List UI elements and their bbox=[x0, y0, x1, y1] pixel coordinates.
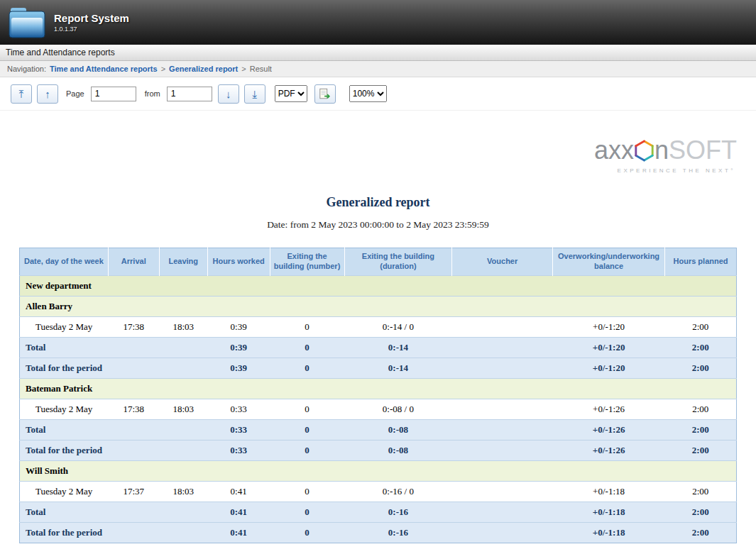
cell: Total bbox=[20, 502, 109, 522]
column-header: Hours worked bbox=[207, 248, 270, 276]
cell bbox=[159, 358, 207, 378]
column-header: Leaving bbox=[159, 248, 207, 276]
cell bbox=[159, 440, 207, 460]
cell: 0:33 bbox=[207, 440, 270, 460]
cell: 17:38 bbox=[108, 399, 159, 419]
cell: 2:00 bbox=[665, 316, 737, 337]
name-row: Allen Barry bbox=[20, 296, 737, 316]
arrow-down-icon: ↓ bbox=[226, 89, 231, 99]
department-label: New department bbox=[20, 275, 737, 296]
column-header: Date, day of the week bbox=[20, 248, 109, 276]
page-input[interactable] bbox=[91, 87, 136, 101]
report-system-icon bbox=[9, 6, 45, 39]
name-row: Bateman Patrick bbox=[20, 378, 737, 399]
cell: +0/-1:20 bbox=[553, 358, 665, 378]
cell: 0:-14 / 0 bbox=[344, 316, 452, 337]
cell: 18:03 bbox=[159, 316, 207, 337]
cell: +0/-1:20 bbox=[553, 337, 665, 358]
cell: 0 bbox=[270, 419, 344, 440]
breadcrumb: Navigation: Time and Attendance reports … bbox=[0, 61, 756, 77]
column-header: Voucher bbox=[452, 248, 553, 276]
zoom-select[interactable]: 100% bbox=[349, 85, 387, 102]
cell: 0:-14 bbox=[344, 358, 452, 378]
cell: 0:39 bbox=[207, 316, 270, 337]
cell: 0 bbox=[270, 358, 344, 378]
app-header: Report System 1.0.1.37 bbox=[0, 0, 756, 45]
section-title: Time and Attendance reports bbox=[6, 48, 115, 57]
export-format-select[interactable]: PDF bbox=[275, 85, 307, 102]
cell bbox=[452, 337, 553, 358]
previous-page-button[interactable]: ↑ bbox=[37, 84, 58, 104]
total-row: Total0:3900:-14+0/-1:202:00 bbox=[20, 337, 737, 358]
cell: Total for the period bbox=[20, 440, 109, 460]
export-button[interactable] bbox=[314, 84, 336, 104]
report-date-range: Date: from 2 May 2023 00:00:00 to 2 May … bbox=[19, 219, 737, 231]
cell: 0:-16 bbox=[344, 522, 452, 543]
cell bbox=[108, 522, 159, 543]
data-row: Tuesday 2 May17:3818:030:3900:-14 / 0+0/… bbox=[20, 316, 737, 337]
first-page-button[interactable]: ⤒ bbox=[11, 84, 32, 104]
column-header: Arrival bbox=[108, 248, 159, 276]
breadcrumb-link-time-attendance-reports[interactable]: Time and Attendance reports bbox=[50, 65, 158, 73]
cell bbox=[108, 337, 159, 358]
total-row: Total for the period0:3900:-14+0/-1:202:… bbox=[20, 358, 737, 378]
cell: 0 bbox=[270, 316, 344, 337]
department-row: New department bbox=[20, 275, 737, 296]
cell: 18:03 bbox=[159, 399, 207, 419]
cell: +0/-1:26 bbox=[553, 440, 665, 460]
cell: 0:-16 / 0 bbox=[344, 481, 452, 502]
page-count-input[interactable] bbox=[167, 87, 212, 101]
section-bar: Time and Attendance reports bbox=[0, 45, 756, 61]
cell: +0/-1:20 bbox=[553, 316, 665, 337]
name-row: Will Smith bbox=[20, 460, 737, 481]
cell: Total for the period bbox=[20, 522, 109, 543]
cell: +0/-1:18 bbox=[553, 481, 665, 502]
cell bbox=[452, 440, 553, 460]
breadcrumb-label: Navigation: bbox=[7, 65, 46, 73]
arrow-down-to-bar-icon: ⤓ bbox=[252, 89, 257, 99]
cell: 0 bbox=[270, 502, 344, 522]
cell: 2:00 bbox=[665, 440, 737, 460]
cell: 0:-08 / 0 bbox=[344, 399, 452, 419]
cell: 0 bbox=[270, 522, 344, 543]
cell: 0:41 bbox=[207, 481, 270, 502]
cell: +0/-1:26 bbox=[553, 399, 665, 419]
cell bbox=[108, 440, 159, 460]
logo-text-soft: SOFT bbox=[669, 138, 737, 163]
cell: +0/-1:18 bbox=[553, 502, 665, 522]
name-label: Allen Barry bbox=[20, 296, 737, 316]
next-page-button[interactable]: ↓ bbox=[218, 84, 239, 104]
name-label: Will Smith bbox=[20, 460, 737, 481]
cell: 17:38 bbox=[108, 316, 159, 337]
logo-text-axx: axx bbox=[594, 138, 634, 163]
breadcrumb-separator: > bbox=[161, 65, 165, 73]
cell: 2:00 bbox=[665, 481, 737, 502]
hexagon-o-icon bbox=[635, 140, 654, 162]
report-table-body: New departmentAllen BarryTuesday 2 May17… bbox=[20, 275, 737, 543]
breadcrumb-link-generalized-report[interactable]: Generalized report bbox=[169, 65, 238, 73]
column-header: Overworking/underworking balance bbox=[553, 248, 665, 276]
from-label: from bbox=[145, 89, 160, 98]
breadcrumb-current: Result bbox=[250, 65, 272, 73]
export-icon bbox=[319, 88, 332, 100]
app-title: Report System bbox=[54, 12, 129, 24]
cell: 0:-08 bbox=[344, 440, 452, 460]
cell bbox=[159, 502, 207, 522]
column-header: Exiting the building (duration) bbox=[344, 248, 452, 276]
data-row: Tuesday 2 May17:3818:030:3300:-08 / 0+0/… bbox=[20, 399, 737, 419]
cell: Tuesday 2 May bbox=[20, 316, 109, 337]
cell: 0:33 bbox=[207, 399, 270, 419]
arrow-up-to-bar-icon: ⤒ bbox=[19, 89, 24, 99]
cell: 2:00 bbox=[665, 399, 737, 419]
cell bbox=[159, 337, 207, 358]
cell: Total bbox=[20, 419, 109, 440]
cell: +0/-1:26 bbox=[553, 419, 665, 440]
last-page-button[interactable]: ⤓ bbox=[244, 84, 265, 104]
cell bbox=[452, 522, 553, 543]
cell: 0 bbox=[270, 481, 344, 502]
breadcrumb-separator: > bbox=[241, 65, 246, 73]
logo-text-n: n bbox=[654, 138, 669, 163]
cell: 0 bbox=[270, 337, 344, 358]
cell: 18:03 bbox=[159, 481, 207, 502]
cell: 2:00 bbox=[665, 502, 737, 522]
